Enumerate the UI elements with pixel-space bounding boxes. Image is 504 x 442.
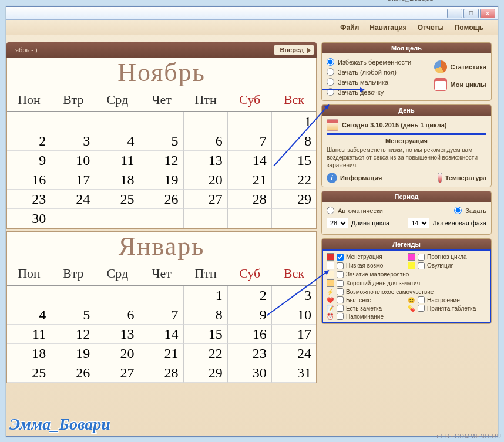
calendar-cell[interactable]: 21 xyxy=(139,344,183,363)
legend-checkbox[interactable] xyxy=(337,313,344,320)
calendar-cell[interactable]: 1 xyxy=(272,112,316,131)
calendar-cell[interactable]: 2 xyxy=(7,131,51,151)
period-auto[interactable]: Автоматически xyxy=(327,205,383,215)
weekday-header: Птн xyxy=(184,264,228,286)
color-swatch xyxy=(327,253,334,261)
calendar-cell[interactable]: 7 xyxy=(228,131,272,151)
period-set[interactable]: Задать xyxy=(454,205,486,215)
calendar-cell[interactable]: 13 xyxy=(184,151,228,170)
calendar-cell[interactable]: 24 xyxy=(51,190,95,209)
legend-checkbox[interactable] xyxy=(337,262,344,269)
calendar-cell[interactable]: 10 xyxy=(51,151,95,170)
legend-checkbox[interactable] xyxy=(418,262,425,269)
cycle-length-select[interactable]: 28 xyxy=(327,218,348,228)
calendar-cell[interactable]: 15 xyxy=(184,325,228,344)
calendar-cell[interactable]: 26 xyxy=(139,190,183,209)
legend-checkbox[interactable] xyxy=(418,305,425,312)
stats-link[interactable]: Статистика xyxy=(434,60,487,73)
calendar-cell[interactable]: 19 xyxy=(139,170,183,190)
cycles-link[interactable]: Мои циклы xyxy=(434,78,487,91)
calendar-cell[interactable]: 11 xyxy=(7,325,51,344)
calendar-cell[interactable]: 24 xyxy=(272,344,316,363)
legend-checkbox[interactable] xyxy=(418,254,425,261)
calendar-cell[interactable]: 29 xyxy=(272,190,316,209)
calendar-cell[interactable]: 21 xyxy=(228,170,272,190)
legend-checkbox[interactable] xyxy=(337,296,344,303)
calendar-cell[interactable]: 9 xyxy=(228,305,272,325)
calendar-cell[interactable]: 27 xyxy=(184,190,228,209)
calendar-cell[interactable]: 5 xyxy=(51,305,95,325)
calendar-cell[interactable]: 12 xyxy=(51,325,95,344)
menu-help[interactable]: Помощь xyxy=(455,23,483,32)
calendar-cell[interactable]: 12 xyxy=(139,151,183,170)
calendar-cell[interactable]: 28 xyxy=(139,363,183,383)
calendar-cell[interactable]: 14 xyxy=(139,325,183,344)
day-panel: День Сегодня 3.10.2015 (день 1 цикла) Ме… xyxy=(321,104,492,187)
weekday-header: Втр xyxy=(51,90,95,112)
calendar-cell[interactable]: 10 xyxy=(272,305,316,325)
calendar-cell xyxy=(51,286,95,305)
legend-checkbox[interactable] xyxy=(337,280,344,287)
calendar-cell[interactable]: 1 xyxy=(184,286,228,305)
calendar-cell[interactable]: 28 xyxy=(228,190,272,209)
weekday-header: Суб xyxy=(228,264,272,286)
calendar-cell[interactable]: 29 xyxy=(184,363,228,383)
calendar-cell[interactable]: 16 xyxy=(7,170,51,190)
forward-button[interactable]: Вперед xyxy=(274,45,314,55)
calendar-cell[interactable]: 31 xyxy=(272,363,316,383)
calendar-cell[interactable]: 3 xyxy=(51,131,95,151)
calendar-navbar: тябрь - ) Вперед xyxy=(6,42,317,58)
calendar-cell[interactable]: 6 xyxy=(184,131,228,151)
calendar-cell[interactable]: 30 xyxy=(7,209,51,228)
calendar-cell[interactable]: 22 xyxy=(272,170,316,190)
calendar-cell[interactable]: 25 xyxy=(7,363,51,383)
maximize-button[interactable]: ☐ xyxy=(463,9,479,18)
legend-checkbox[interactable] xyxy=(337,254,344,261)
calendar-cell[interactable]: 4 xyxy=(7,305,51,325)
calendar-cell[interactable]: 8 xyxy=(272,131,316,151)
calendar-cell[interactable]: 18 xyxy=(95,170,139,190)
calendar-cell[interactable]: 2 xyxy=(228,286,272,305)
calendar-cell[interactable]: 26 xyxy=(51,363,95,383)
calendar-cell[interactable]: 14 xyxy=(228,151,272,170)
minimize-button[interactable]: ─ xyxy=(447,9,462,18)
calendar-cell[interactable]: 11 xyxy=(95,151,139,170)
calendar-cell[interactable]: 17 xyxy=(272,325,316,344)
calendar-cell[interactable]: 13 xyxy=(95,325,139,344)
calendar-cell[interactable]: 27 xyxy=(95,363,139,383)
calendar-cell[interactable]: 5 xyxy=(139,131,183,151)
calendar-cell[interactable]: 8 xyxy=(184,305,228,325)
calendar-cell[interactable]: 20 xyxy=(95,344,139,363)
calendar-cell[interactable]: 16 xyxy=(228,325,272,344)
menu-nav[interactable]: Навигация xyxy=(369,23,407,32)
menu-reports[interactable]: Отчеты xyxy=(418,23,444,32)
calendar-icon xyxy=(434,78,447,91)
calendar-cell xyxy=(228,209,272,228)
legend-checkbox[interactable] xyxy=(337,288,344,295)
luteal-length-select[interactable]: 14 xyxy=(408,218,429,228)
calendar-cell[interactable]: 9 xyxy=(7,151,51,170)
calendar-cell[interactable]: 22 xyxy=(184,344,228,363)
menu-file[interactable]: Файл xyxy=(340,23,359,32)
weekday-header: Срд xyxy=(95,264,139,286)
close-button[interactable]: X xyxy=(480,9,495,18)
legend-checkbox[interactable] xyxy=(337,271,344,278)
calendar-cell[interactable]: 20 xyxy=(184,170,228,190)
calendar-cell[interactable]: 18 xyxy=(7,344,51,363)
calendar-cell[interactable]: 25 xyxy=(95,190,139,209)
calendar-cell[interactable]: 4 xyxy=(95,131,139,151)
legend-checkbox[interactable] xyxy=(418,296,425,303)
calendar-cell[interactable]: 17 xyxy=(51,170,95,190)
info-link[interactable]: i Информация xyxy=(327,173,382,183)
legend-emoji-icon: 😊 xyxy=(408,297,415,303)
calendar-cell[interactable]: 7 xyxy=(139,305,183,325)
calendar-cell[interactable]: 6 xyxy=(95,305,139,325)
info-icon: i xyxy=(327,173,337,183)
legend-item: ⏰Напоминание xyxy=(327,313,486,320)
calendar-cell[interactable]: 23 xyxy=(7,190,51,209)
legend-checkbox[interactable] xyxy=(337,305,344,312)
calendar-cell[interactable]: 30 xyxy=(228,363,272,383)
temp-link[interactable]: Температура xyxy=(438,173,486,183)
calendar-cell[interactable]: 19 xyxy=(51,344,95,363)
calendar-cell[interactable]: 23 xyxy=(228,344,272,363)
